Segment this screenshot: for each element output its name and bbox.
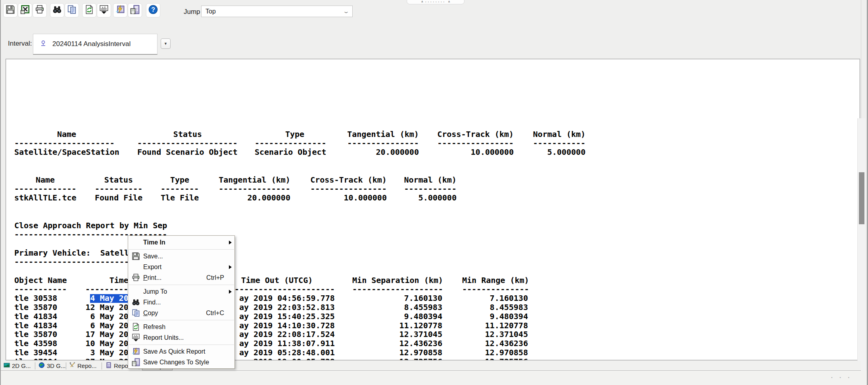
jump-select[interactable]: Top ⌄ bbox=[201, 6, 353, 17]
main-table-header: Min Separation (km) bbox=[352, 276, 443, 285]
row-time-out: ay 2019 11:38:07.911 bbox=[239, 339, 335, 348]
main-table-underline: ------------------- bbox=[352, 285, 443, 294]
table-1-underline: ---------------- bbox=[437, 139, 514, 148]
tab-separator bbox=[102, 362, 102, 370]
report-section-title: Close Approach Report by Min Sep bbox=[14, 221, 167, 230]
row-min-separation: 12.436236 bbox=[399, 339, 442, 348]
row-min-separation: 12.970858 bbox=[399, 348, 442, 357]
menu-item-copy[interactable]: CopyCtrl+C bbox=[128, 308, 234, 318]
menu-item-save-as-quick-report[interactable]: Save As Quick Report bbox=[128, 346, 234, 357]
save-changes-to-style-button[interactable] bbox=[128, 3, 142, 17]
table-2-underline: ---------------- bbox=[310, 184, 387, 193]
row-time-in: 10 May 201 bbox=[86, 339, 133, 348]
toolbar-drag-handle[interactable]: ▲ ▪▪▪▪▪▪▪▪ ▲ bbox=[407, 0, 465, 4]
tab-1[interactable]: 2D G... bbox=[2, 362, 32, 370]
tools-icon bbox=[69, 362, 75, 370]
row-time-out: ay 2019 04:56:59.778 bbox=[239, 294, 335, 303]
menu-item-save[interactable]: Save... bbox=[128, 251, 234, 262]
row-min-range: 13.735756 bbox=[485, 357, 528, 360]
report-units-icon bbox=[99, 5, 109, 16]
table-2-header: Tangential (km) bbox=[219, 175, 290, 185]
collapse-up-icon: ▲ bbox=[421, 0, 424, 3]
table-2-underline: ----------- bbox=[404, 184, 456, 193]
menu-item-export[interactable]: Export bbox=[128, 262, 234, 272]
table-1-underline: --------------------- bbox=[14, 139, 115, 148]
help-button[interactable]: ? bbox=[146, 3, 160, 17]
refresh-icon bbox=[128, 323, 143, 331]
main-table-header: Min Range (km) bbox=[462, 276, 529, 285]
menu-item-label: Save As Quick Report bbox=[143, 348, 234, 355]
menu-separator bbox=[128, 343, 234, 346]
row-time-out: ay 2019 19:00:05.738 bbox=[239, 357, 335, 360]
interval-value: 20240114 AnalysisInterval bbox=[52, 40, 131, 48]
menu-separator bbox=[128, 248, 234, 251]
menu-item-label: Find... bbox=[143, 299, 234, 306]
menu-item-label: Refresh bbox=[143, 323, 234, 331]
submenu-arrow-icon bbox=[229, 241, 232, 244]
vertical-scrollbar[interactable] bbox=[857, 118, 866, 385]
save-button[interactable] bbox=[3, 3, 17, 17]
table-1-header: Name bbox=[57, 130, 76, 139]
table-2-underline: ------------- bbox=[14, 184, 77, 193]
copy-button[interactable] bbox=[65, 3, 79, 17]
row-time-in: 6 May 201 bbox=[90, 312, 133, 321]
table-1-header: Normal (km) bbox=[533, 130, 585, 139]
menu-item-label: Save... bbox=[143, 253, 234, 260]
resize-grip[interactable]: ▪▪▪ bbox=[831, 375, 859, 379]
menu-item-find[interactable]: Find... bbox=[128, 297, 234, 308]
row-time-out: ay 2019 14:10:30.728 bbox=[239, 321, 335, 330]
table-2-header: Type bbox=[170, 175, 189, 185]
save-as-quick-report-button[interactable] bbox=[113, 3, 127, 17]
menu-item-refresh[interactable]: Refresh bbox=[128, 321, 234, 332]
collapse-up-icon: ▲ bbox=[447, 0, 451, 3]
table-1-header: Status bbox=[173, 130, 202, 139]
copy-icon bbox=[128, 309, 143, 317]
table-2-cell: stkAllTLE.tce bbox=[14, 193, 77, 202]
table-1-cell: Found Scenario Object bbox=[137, 148, 238, 157]
export-excel-button[interactable] bbox=[18, 3, 32, 17]
save-icon bbox=[6, 5, 15, 16]
refresh-button[interactable] bbox=[82, 3, 96, 17]
menu-item-save-changes-to-style[interactable]: Save Changes To Style bbox=[128, 357, 234, 368]
row-time-in: 17 May 201 bbox=[86, 330, 133, 339]
table-2-cell: 20.000000 bbox=[248, 193, 290, 202]
table-1-cell: Scenario Object bbox=[255, 148, 326, 157]
table-2-cell: Tle File bbox=[161, 193, 199, 202]
menu-item-report-units[interactable]: Report Units... bbox=[128, 332, 234, 343]
table-2-cell: Found File bbox=[95, 193, 142, 202]
vertical-scrollbar-thumb[interactable] bbox=[859, 172, 864, 224]
find-button[interactable] bbox=[50, 3, 64, 17]
window-left-border bbox=[0, 0, 1, 385]
table-1-underline: --------------------- bbox=[137, 139, 238, 148]
menu-item-time-in[interactable]: Time In bbox=[128, 237, 234, 248]
table-2-header: Status bbox=[104, 175, 133, 185]
row-time-in: 27 May 201 bbox=[86, 357, 133, 360]
interval-label: Interval: bbox=[8, 40, 32, 48]
table-1-header: Cross-Track (km) bbox=[437, 130, 514, 139]
menu-item-label: Jump To bbox=[143, 288, 234, 295]
report-doc-icon bbox=[106, 362, 112, 370]
row-min-separation: 8.455983 bbox=[404, 303, 442, 312]
row-time-in: 12 May 201 bbox=[86, 303, 133, 312]
save-icon bbox=[128, 252, 143, 260]
tab-3[interactable]: Repo... bbox=[68, 362, 98, 370]
excel-export-icon bbox=[20, 5, 30, 16]
print-button[interactable] bbox=[33, 3, 47, 17]
tab-2[interactable]: 3D G... bbox=[37, 362, 67, 370]
row-time-in: 6 May 201 bbox=[90, 321, 133, 330]
menu-item-jump-to[interactable]: Jump To bbox=[128, 286, 234, 297]
print-icon bbox=[128, 273, 143, 282]
menu-item-print[interactable]: Print...Ctrl+P bbox=[128, 272, 234, 283]
row-min-range: 9.480394 bbox=[490, 312, 528, 321]
interval-dropdown-button[interactable]: ▼ bbox=[161, 38, 171, 49]
table-2-underline: -------- bbox=[161, 184, 199, 193]
table-1-cell: 5.000000 bbox=[547, 148, 586, 157]
status-strip bbox=[1, 371, 867, 385]
main-table-header: Object Name bbox=[14, 276, 67, 285]
row-time-in: 3 May 201 bbox=[90, 348, 133, 357]
report-units-button[interactable] bbox=[97, 3, 111, 17]
interval-combobox[interactable]: 20240114 AnalysisInterval bbox=[33, 34, 157, 55]
save-style-icon bbox=[128, 358, 143, 366]
row-object-name: tle 43598 bbox=[14, 339, 57, 348]
report-context-menu: Time InSave...ExportPrint...Ctrl+PJump T… bbox=[128, 235, 235, 369]
